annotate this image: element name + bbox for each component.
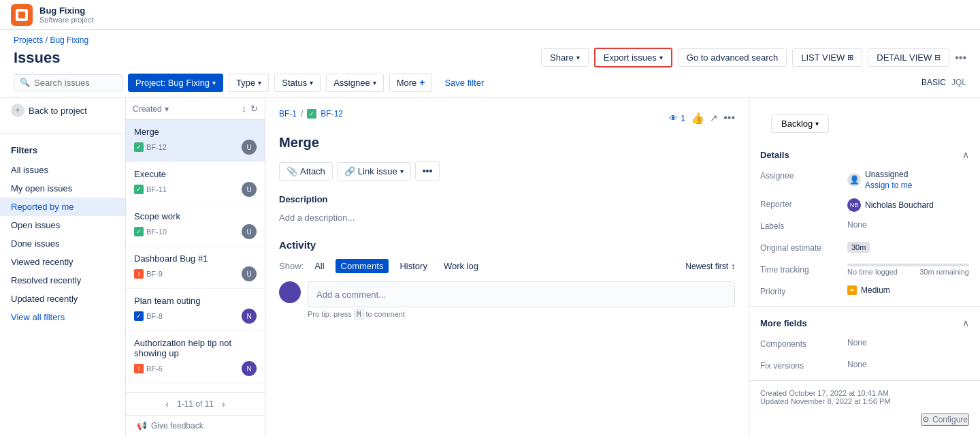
search-input[interactable] <box>34 78 116 88</box>
sidebar-item-open-issues[interactable]: Open issues <box>0 216 125 234</box>
more-actions-button[interactable]: ••• <box>415 161 440 181</box>
issue-item[interactable]: Plan team outing ✓ BF-8 N <box>126 289 265 331</box>
sidebar-item-reported-by-me[interactable]: Reported by me <box>0 198 125 216</box>
attach-button[interactable]: 📎 Attach <box>279 162 333 181</box>
share-button[interactable]: Share ▾ <box>541 48 589 67</box>
sort-button[interactable]: Created ▾ <box>133 104 169 114</box>
time-bar <box>847 264 969 266</box>
issue-meta: ! BF-9 U <box>134 266 257 281</box>
issue-id-link[interactable]: BF-12 <box>321 109 343 119</box>
advanced-search-button[interactable]: Go to advanced search <box>678 48 787 67</box>
updated-meta: Updated November 8, 2022 at 1:56 PM <box>760 397 969 405</box>
issue-detail-panel: BF-1 / ✓ BF-12 👁 1 👍 ↗ ••• <box>265 98 749 436</box>
advanced-search-label: Go to advanced search <box>687 52 778 63</box>
priority-label: Priority <box>760 285 842 296</box>
description-placeholder[interactable]: Add a description... <box>279 210 735 225</box>
issue-id: BF-6 <box>146 364 163 373</box>
refresh-icon[interactable]: ↻ <box>250 104 258 114</box>
assignee-filter-button[interactable]: Assignee ▾ <box>326 74 383 92</box>
sort-ascending-icon[interactable]: ↕ <box>242 104 247 114</box>
tab-comments[interactable]: Comments <box>336 259 389 273</box>
share-issue-icon[interactable]: ↗ <box>710 112 718 123</box>
filters-title: Filters <box>0 140 125 161</box>
watchers-count[interactable]: 👁 1 <box>669 113 685 123</box>
breadcrumb: Projects / Bug Fixing <box>14 35 966 45</box>
sidebar-item-all-issues[interactable]: All issues <box>0 161 125 179</box>
comment-input[interactable]: Add a comment... <box>308 281 735 307</box>
feedback-label: Give feedback <box>151 421 203 431</box>
app-info: Bug Fixing Software project <box>39 5 93 24</box>
issue-item[interactable]: Scope work ✓ BF-10 U <box>126 204 265 247</box>
issue-title: Plan team outing <box>134 296 257 306</box>
basic-mode-label[interactable]: BASIC <box>921 78 946 87</box>
sidebar-item-viewed-recently[interactable]: Viewed recently <box>0 253 125 271</box>
issue-item[interactable]: Execute ✓ BF-11 U <box>126 162 265 204</box>
issues-toolbar: Created ▾ ↕ ↻ <box>126 98 265 120</box>
status-filter-button[interactable]: Status ▾ <box>274 74 321 92</box>
reporter-row: Reporter NB Nicholas Bouchard <box>749 194 980 216</box>
breadcrumb-current[interactable]: Bug Fixing <box>50 35 88 45</box>
next-page-button[interactable]: › <box>222 399 225 409</box>
issue-meta: ✓ BF-12 U <box>134 140 257 155</box>
project-filter-button[interactable]: Project: Bug Fixing ▾ <box>128 74 223 92</box>
description-section: Description Add a description... <box>279 194 735 225</box>
issue-item[interactable]: Authorization help tip not showing up ! … <box>126 331 265 384</box>
tab-all[interactable]: All <box>309 259 329 273</box>
prev-page-button[interactable]: ‹ <box>165 399 169 409</box>
sidebar-item-updated-recently[interactable]: Updated recently <box>0 290 125 308</box>
details-collapse-icon[interactable]: ∧ <box>962 149 969 160</box>
pro-tip: Pro tip: press M to comment <box>308 310 735 319</box>
type-filter-label: Type <box>236 78 255 88</box>
detail-view-button[interactable]: DETAIL VIEW ⊟ <box>868 48 949 67</box>
backlog-caret: ▾ <box>815 120 819 127</box>
back-to-project-link[interactable]: + Back to project <box>0 98 125 123</box>
link-issue-label: Link issue <box>358 166 397 176</box>
show-label: Show: <box>279 261 304 271</box>
backlog-button[interactable]: Backlog ▾ <box>771 114 829 133</box>
search-box[interactable]: 🔍 <box>14 74 122 91</box>
top-right-icons: 👁 1 👍 ↗ ••• <box>669 112 735 125</box>
more-options-icon[interactable]: ••• <box>955 52 966 64</box>
components-row: Components None <box>749 334 980 356</box>
issue-parent-link[interactable]: BF-1 <box>279 109 297 119</box>
link-issue-button[interactable]: 🔗 Link issue ▾ <box>337 162 411 181</box>
time-tracking-bar: No time logged 30m remaining <box>847 264 969 276</box>
more-filter-button[interactable]: More + <box>389 73 433 92</box>
save-filter-button[interactable]: Save filter <box>438 74 491 91</box>
sidebar-item-resolved-recently[interactable]: Resolved recently <box>0 271 125 290</box>
issue-title: Authorization help tip not showing up <box>134 338 257 358</box>
export-issues-button[interactable]: Export issues ▾ <box>594 48 672 67</box>
issue-type-icon: ! <box>134 269 144 279</box>
show-row: Show: All Comments History Work log Newe… <box>279 259 735 273</box>
jql-mode-label[interactable]: JQL <box>951 78 966 87</box>
avatar: N <box>242 309 257 324</box>
sidebar-item-my-open-issues[interactable]: My open issues <box>0 179 125 198</box>
type-filter-button[interactable]: Type ▾ <box>229 74 269 92</box>
thumbs-up-icon[interactable]: 👍 <box>691 112 704 125</box>
breadcrumb-projects[interactable]: Projects <box>14 35 43 45</box>
sidebar-item-done-issues[interactable]: Done issues <box>0 234 125 253</box>
issue-item[interactable]: Dashboard Bug #1 ! BF-9 U <box>126 247 265 289</box>
view-all-filters-link[interactable]: View all filters <box>0 308 125 326</box>
search-icon: 🔍 <box>20 78 30 87</box>
newest-first-toggle[interactable]: Newest first ↕ <box>685 262 735 271</box>
issue-item[interactable]: Merge ✓ BF-12 U <box>126 120 265 162</box>
avatar: U <box>242 266 257 281</box>
backlog-label: Backlog <box>781 119 813 129</box>
feedback-icon: 📢 <box>137 421 147 431</box>
estimate-badge: 30m <box>847 242 870 253</box>
fix-versions-value: None <box>847 360 969 369</box>
tab-history[interactable]: History <box>394 259 432 273</box>
issues-list-panel: Created ▾ ↕ ↻ Merge ✓ <box>126 98 265 436</box>
attach-label: Attach <box>300 166 325 176</box>
more-issue-options-icon[interactable]: ••• <box>723 112 735 124</box>
description-label: Description <box>279 194 735 204</box>
give-feedback-link[interactable]: 📢 Give feedback <box>126 415 265 436</box>
priority-icon <box>847 285 857 295</box>
list-view-button[interactable]: LIST VIEW ⊞ <box>792 48 862 67</box>
assign-to-me-link[interactable]: Assign to me <box>865 181 912 190</box>
right-panel: Backlog ▾ Details ∧ Assignee 👤 Unassigne… <box>749 98 980 436</box>
tab-worklog[interactable]: Work log <box>438 259 484 273</box>
configure-button[interactable]: ⚙ Configure <box>921 414 969 426</box>
more-fields-collapse-icon[interactable]: ∧ <box>962 317 969 328</box>
